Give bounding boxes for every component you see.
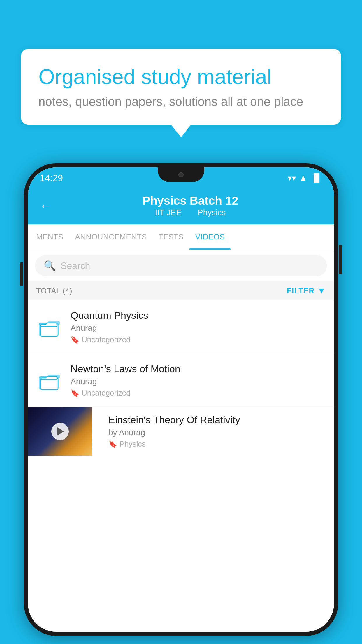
search-icon: 🔍 xyxy=(44,260,56,272)
speech-bubble-title: Organised study material xyxy=(38,65,324,89)
notch xyxy=(158,167,204,182)
top-bar-title: Physics Batch 12 xyxy=(58,194,322,207)
phone-side-btn-left xyxy=(20,262,23,286)
filter-label: FILTER xyxy=(287,286,314,295)
list-item[interactable]: Quantum Physics Anurag 🔖 Uncategorized xyxy=(28,300,334,354)
battery-icon: ▐▌ xyxy=(311,173,322,183)
top-bar-title-area: Physics Batch 12 IIT JEE Physics xyxy=(58,194,322,217)
subtitle-iitjee: IIT JEE xyxy=(155,208,181,217)
thumbnail-image xyxy=(28,407,92,456)
status-icons: ▾▾ ▲ ▐▌ xyxy=(288,173,322,183)
item-tag-label-1: Uncategorized xyxy=(82,335,131,344)
search-bar-wrapper: 🔍 Search xyxy=(28,250,334,281)
top-bar-subtitle: IIT JEE Physics xyxy=(58,208,322,217)
item-author-2: Anurag xyxy=(71,377,326,386)
item-tag-3: 🔖 Physics xyxy=(108,440,327,449)
search-placeholder[interactable]: Search xyxy=(61,260,90,271)
tag-icon-2: 🔖 xyxy=(71,389,79,397)
filter-funnel-icon: ▼ xyxy=(317,286,326,295)
phone-side-btn-right xyxy=(339,245,342,274)
search-bar[interactable]: 🔍 Search xyxy=(35,255,327,276)
item-content-1: Quantum Physics Anurag 🔖 Uncategorized xyxy=(71,310,326,344)
tag-icon-3: 🔖 xyxy=(108,440,117,448)
tab-ments[interactable]: MENTS xyxy=(30,224,69,250)
speech-bubble: Organised study material notes, question… xyxy=(21,49,341,125)
phone-wrapper: 14:29 ▾▾ ▲ ▐▌ ← Physics Batch 12 IIT JEE xyxy=(24,163,338,636)
item-content-2: Newton's Laws of Motion Anurag 🔖 Uncateg… xyxy=(71,363,326,398)
list-container: Quantum Physics Anurag 🔖 Uncategorized xyxy=(28,300,334,456)
item-tag-1: 🔖 Uncategorized xyxy=(71,335,326,344)
item-title-1: Quantum Physics xyxy=(71,310,326,321)
tab-tests[interactable]: TESTS xyxy=(153,224,189,250)
tag-icon-1: 🔖 xyxy=(71,336,79,344)
status-bar: 14:29 ▾▾ ▲ ▐▌ xyxy=(28,167,334,188)
filter-bar: TOTAL (4) FILTER ▼ xyxy=(28,281,334,300)
item-tag-2: 🔖 Uncategorized xyxy=(71,388,326,398)
list-item[interactable]: Einstein's Theory Of Relativity by Anura… xyxy=(28,407,334,456)
item-title-2: Newton's Laws of Motion xyxy=(71,363,326,374)
subtitle-sep xyxy=(189,208,193,217)
subtitle-physics: Physics xyxy=(198,208,226,217)
total-label: TOTAL (4) xyxy=(36,286,72,295)
wifi-icon: ▾▾ xyxy=(288,173,296,183)
speech-bubble-subtitle: notes, question papers, solutions all at… xyxy=(38,95,324,109)
item-tag-label-3: Physics xyxy=(120,440,146,449)
tab-videos[interactable]: VIDEOS xyxy=(189,224,231,250)
list-item[interactable]: Newton's Laws of Motion Anurag 🔖 Uncateg… xyxy=(28,354,334,407)
phone-frame: 14:29 ▾▾ ▲ ▐▌ ← Physics Batch 12 IIT JEE xyxy=(24,163,338,636)
item-content-3: Einstein's Theory Of Relativity by Anura… xyxy=(100,407,334,456)
tab-announcements[interactable]: ANNOUNCEMENTS xyxy=(69,224,153,250)
top-bar: ← Physics Batch 12 IIT JEE Physics xyxy=(28,188,334,224)
status-time: 14:29 xyxy=(40,173,63,183)
phone-screen: 14:29 ▾▾ ▲ ▐▌ ← Physics Batch 12 IIT JEE xyxy=(28,167,334,632)
play-triangle-icon xyxy=(57,427,64,435)
item-tag-label-2: Uncategorized xyxy=(82,388,131,398)
filter-button[interactable]: FILTER ▼ xyxy=(287,286,326,295)
item-icon-folder-2 xyxy=(36,367,62,393)
play-button[interactable] xyxy=(51,423,69,440)
item-author-3: by Anurag xyxy=(108,428,327,437)
tabs: MENTS ANNOUNCEMENTS TESTS VIDEOS xyxy=(28,224,334,250)
notch-camera xyxy=(178,172,184,177)
item-icon-folder-1 xyxy=(36,314,62,340)
signal-icon: ▲ xyxy=(299,173,307,183)
item-author-1: Anurag xyxy=(71,323,326,333)
back-button[interactable]: ← xyxy=(40,199,51,212)
item-title-3: Einstein's Theory Of Relativity xyxy=(108,414,327,426)
